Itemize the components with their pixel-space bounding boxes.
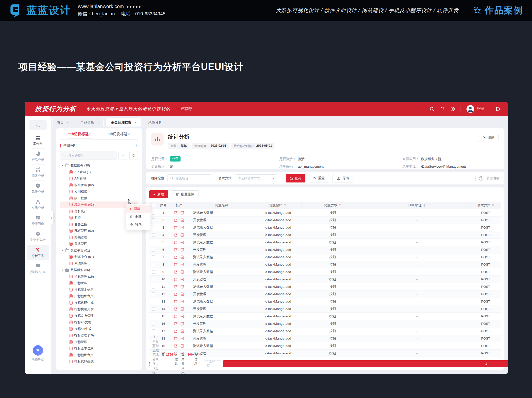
- pagination-item[interactable]: ‹ 上一页: [204, 360, 221, 367]
- close-icon[interactable]: ×: [134, 121, 136, 124]
- tree-item[interactable]: ▾ 指标代码生成 ⋯: [60, 300, 138, 306]
- approve-row-icon[interactable]: [180, 307, 184, 311]
- edit-row-icon[interactable]: [174, 307, 178, 311]
- tree-item[interactable]: ▾ 路由管理 ⋯: [60, 234, 138, 241]
- logout-icon[interactable]: [496, 107, 500, 111]
- tree-add-button[interactable]: +: [118, 151, 127, 160]
- edit-row-icon[interactable]: [174, 240, 178, 244]
- sidebar-item-trade-analysis[interactable]: 交易分析: [27, 197, 49, 212]
- tree-item[interactable]: ▾ API管理 (1) ⋯: [60, 169, 138, 176]
- row-checkbox[interactable]: [152, 241, 155, 244]
- user-menu[interactable]: 张叁: [466, 105, 484, 113]
- tree-item[interactable]: ▾ 指标api文档 ⋯: [60, 319, 138, 326]
- sidebar-item-risk-analysis[interactable]: 风险分析: [27, 181, 49, 196]
- project-search-input[interactable]: [167, 174, 211, 182]
- approve-row-icon[interactable]: [180, 277, 184, 281]
- close-icon[interactable]: ×: [97, 121, 99, 124]
- context-menu-add[interactable]: + 新增: [126, 205, 150, 213]
- tree-item[interactable]: ▾ 数据服务 (38) ⋯: [60, 162, 138, 169]
- sidebar-collapse-handle[interactable]: ◂: [49, 210, 53, 225]
- edit-button[interactable]: 编辑: [478, 134, 499, 142]
- tree-item[interactable]: ▾ 指标新增定义 ⋯: [60, 293, 138, 300]
- tree-item[interactable]: ▾ 指标管理 (16) ⋯: [60, 273, 138, 280]
- caret-down-icon[interactable]: ▾: [62, 164, 64, 167]
- sidebar-item-analysis-tools[interactable]: 分析工具: [27, 245, 49, 260]
- tree-tab-1[interactable]: tab切换标题1: [60, 128, 99, 139]
- approve-row-icon[interactable]: [180, 211, 184, 215]
- workspace-tab[interactable]: 风险分析 ×: [144, 118, 172, 127]
- sidebar-item-product-analysis[interactable]: 产品分析: [27, 149, 49, 164]
- approve-row-icon[interactable]: [180, 300, 184, 304]
- sidebar-search-button[interactable]: [29, 120, 47, 130]
- row-checkbox[interactable]: [152, 315, 155, 318]
- tree-item[interactable]: ▾ 指标api生成 ⋯: [60, 326, 138, 332]
- tree-item[interactable]: ▾ 数据服务 (56) ⋯: [60, 267, 138, 273]
- tree-item[interactable]: ▾ 系统管理 ⋯: [60, 260, 138, 267]
- edit-row-icon[interactable]: [174, 248, 178, 252]
- add-button[interactable]: + 新增: [149, 190, 168, 198]
- edit-row-icon[interactable]: [174, 329, 178, 333]
- row-checkbox[interactable]: [152, 218, 155, 222]
- tree-item[interactable]: ▾ 指标管理 ⋯: [60, 280, 138, 287]
- edit-row-icon[interactable]: [174, 270, 178, 274]
- feature-guide[interactable]: 功能导览: [25, 345, 51, 362]
- row-checkbox[interactable]: [152, 211, 155, 215]
- logo-group[interactable]: 蓝蓝设计: [9, 3, 71, 18]
- approve-row-icon[interactable]: [180, 285, 184, 289]
- edit-row-icon[interactable]: [174, 344, 178, 348]
- method-select[interactable]: 请选择请求方式 ▾: [235, 174, 277, 182]
- tree-item[interactable]: ▾ 指标新增定义 ⋯: [60, 352, 138, 359]
- tree-item[interactable]: ▾ 指标管理 ⋯: [60, 339, 138, 345]
- row-checkbox[interactable]: [152, 285, 155, 289]
- sidebar-item-knowledge-base[interactable]: 投研知识库: [27, 261, 49, 276]
- tree-item[interactable]: ▾ 指标管理 (16) ⋯: [60, 332, 138, 339]
- approve-row-icon[interactable]: [180, 255, 184, 259]
- more-vertical-icon[interactable]: ⋮: [134, 143, 138, 148]
- close-icon[interactable]: ×: [165, 121, 167, 124]
- portfolio-group[interactable]: 作品案例: [473, 4, 523, 17]
- sidebar-item-workbench[interactable]: 工作台: [27, 133, 49, 148]
- edit-row-icon[interactable]: [174, 255, 178, 259]
- tree-item[interactable]: ▾ 指标快速开发 ⋯: [60, 306, 138, 313]
- workspace-tab[interactable]: 首页 ×: [52, 118, 73, 127]
- row-checkbox[interactable]: [152, 226, 155, 229]
- row-checkbox[interactable]: [152, 263, 155, 266]
- batch-delete-button[interactable]: 批量删除: [171, 190, 199, 198]
- row-checkbox[interactable]: [152, 300, 155, 303]
- row-checkbox[interactable]: [152, 278, 155, 281]
- approve-row-icon[interactable]: [180, 314, 184, 318]
- header-url[interactable]: URL地址: [364, 202, 470, 209]
- sidebar-item-competitiveness[interactable]: 竞争力分析: [27, 229, 49, 244]
- query-button[interactable]: 查询: [286, 174, 305, 182]
- context-menu-move[interactable]: 移动: [126, 221, 150, 229]
- edit-row-icon[interactable]: [174, 263, 178, 267]
- close-icon[interactable]: ×: [67, 121, 69, 124]
- edit-row-icon[interactable]: [174, 337, 178, 341]
- edit-row-icon[interactable]: [174, 218, 178, 222]
- filter-funnel-icon[interactable]: [423, 204, 426, 207]
- approve-row-icon[interactable]: [180, 240, 184, 244]
- row-checkbox[interactable]: [152, 255, 155, 259]
- edit-row-icon[interactable]: [174, 292, 178, 296]
- tree-item[interactable]: ▾ 指标基本信息 ⋯: [60, 287, 138, 293]
- approve-row-icon[interactable]: [180, 322, 184, 326]
- row-checkbox[interactable]: [152, 248, 155, 252]
- row-checkbox[interactable]: [152, 233, 155, 237]
- approve-row-icon[interactable]: [180, 329, 184, 333]
- tree-item[interactable]: ▾ API管理 ⋯: [60, 175, 138, 182]
- approve-row-icon[interactable]: [180, 233, 184, 237]
- row-checkbox[interactable]: [152, 307, 155, 311]
- tree-tab-2[interactable]: tab切换标题2: [99, 128, 138, 139]
- approve-row-icon[interactable]: [180, 226, 184, 230]
- header-type[interactable]: 资源类型: [301, 202, 364, 209]
- settings-gear-icon[interactable]: [450, 107, 455, 111]
- context-menu-delete[interactable]: 删除: [126, 213, 150, 221]
- edit-row-icon[interactable]: [174, 277, 178, 281]
- site-url[interactable]: www.lanlanwork.com: [78, 4, 124, 9]
- tree-item[interactable]: ▾ 系统管理 ⋯: [60, 241, 138, 247]
- tree-item[interactable]: ▾ 指标代码生成 ⋯: [60, 358, 138, 365]
- workspace-tab[interactable]: 基金经理档案 ×: [106, 118, 141, 127]
- row-checkbox[interactable]: [152, 329, 155, 333]
- row-checkbox[interactable]: [152, 292, 155, 296]
- header-code[interactable]: 资源编码: [254, 202, 301, 209]
